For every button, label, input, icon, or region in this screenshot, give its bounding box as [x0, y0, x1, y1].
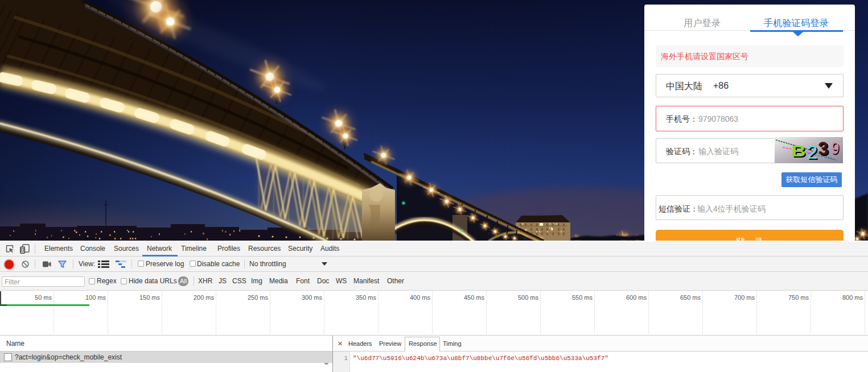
svg-text:3: 3: [817, 138, 829, 159]
svg-text:9: 9: [830, 138, 840, 158]
svg-text:B: B: [791, 143, 805, 160]
svg-text:2: 2: [807, 142, 817, 163]
